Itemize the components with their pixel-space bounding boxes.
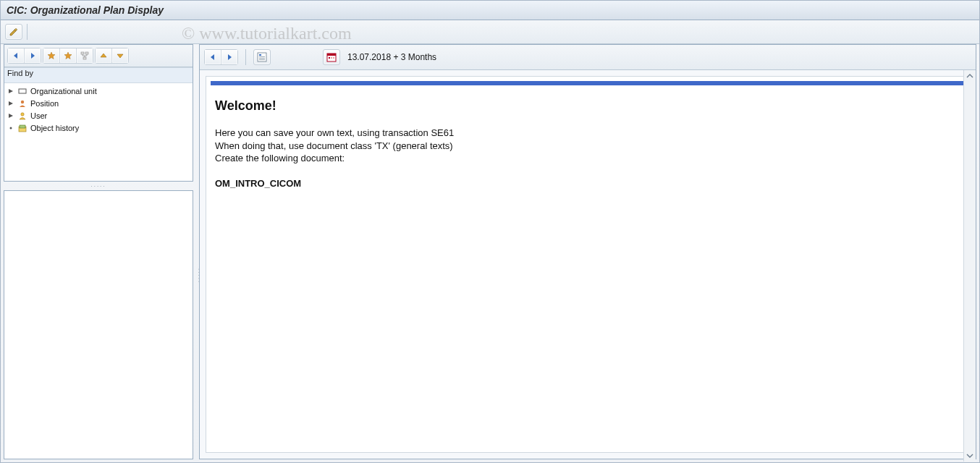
arrow-left-icon [12,52,20,59]
svg-rect-1 [85,52,88,54]
left-pane: Find by Organizational unit [4,44,193,459]
detail-icon [257,52,267,62]
svg-rect-13 [259,59,265,60]
content-wrap: Welcome! Here you can save your own text… [200,70,976,459]
body-splitter: Find by Organizational unit [4,44,976,459]
chevron-down-icon [966,451,973,461]
svg-rect-2 [83,57,86,59]
toolbar-separator [27,24,28,40]
collapse-icon [99,51,108,60]
edit-button[interactable] [5,24,22,40]
expand-triangle-icon[interactable] [7,100,14,107]
svg-rect-15 [327,54,336,56]
org-unit-icon [17,86,28,96]
content-area: Welcome! Here you can save your own text… [206,76,970,453]
star-icon [47,51,56,60]
detail-view-button[interactable] [253,49,271,65]
svg-point-5 [21,112,24,115]
right-forward-button[interactable] [221,50,237,64]
svg-rect-3 [19,89,26,93]
nav-star2-button[interactable] [60,48,77,63]
right-toolbar: 13.07.2018 + 3 Months [200,45,976,70]
navigator-tree[interactable]: Organizational unit Position [4,83,193,181]
nav-star-group [43,48,93,64]
calendar-icon [326,52,337,62]
user-icon [17,111,28,121]
horizontal-splitter-handle[interactable]: ····· [4,184,193,189]
nav-back-button[interactable] [8,48,25,63]
pencil-icon [9,27,19,37]
titlebar: CIC: Organizational Plan Display [1,1,979,20]
position-icon [17,98,28,109]
svg-rect-16 [329,57,330,59]
welcome-line2: When doing that, use document class 'TX'… [215,140,960,153]
date-picker-button[interactable] [323,49,340,65]
arrow-right-icon [28,52,37,59]
right-nav-group [204,49,238,65]
arrow-left-icon [208,54,217,61]
window-title: CIC: Organizational Plan Display [7,4,164,16]
navigator-toolbar [4,45,193,67]
tree-item-position[interactable]: Position [4,97,193,109]
bullet-icon [7,124,14,132]
chevron-up-icon [966,71,973,81]
svg-rect-18 [333,57,334,59]
tree-item-org-unit[interactable]: Organizational unit [4,85,193,97]
find-by-header: Find by [4,67,193,83]
svg-point-6 [10,127,12,129]
find-by-label: Find by [7,69,33,77]
collapse-all-button[interactable] [96,48,112,63]
svg-rect-10 [259,54,261,56]
welcome-heading: Welcome! [215,98,960,114]
main-toolbar [1,20,979,44]
nav-history-group [7,48,41,64]
arrow-right-icon [225,54,234,61]
svg-rect-11 [259,56,265,57]
nav-star1-button[interactable] [43,48,60,63]
svg-rect-0 [81,52,84,54]
app-window: CIC: Organizational Plan Display © www.t… [0,0,980,463]
tree-item-label: Organizational unit [30,87,97,95]
tree-item-label: Object history [30,124,79,132]
navigator-panel: Find by Organizational unit [4,44,193,182]
tree-item-object-history[interactable]: Object history [4,122,193,134]
nav-star3-button[interactable] [77,48,93,63]
content-inner: Welcome! Here you can save your own text… [206,85,969,199]
document-name: OM_INTRO_CICOM [215,178,960,189]
star-icon [64,51,72,60]
welcome-line1: Here you can save your own text, using t… [215,127,960,140]
svg-rect-12 [259,58,265,59]
right-panel: 13.07.2018 + 3 Months Welcome! Here you … [199,44,976,459]
nav-forward-button[interactable] [25,48,41,63]
svg-rect-8 [20,125,25,128]
left-lower-panel [4,190,193,459]
welcome-line3: Create the following document: [215,152,960,165]
tree-item-user[interactable]: User [4,109,193,122]
expand-triangle-icon[interactable] [7,112,14,119]
vertical-scrollbar[interactable] [963,70,976,462]
expand-triangle-icon[interactable] [7,88,14,95]
right-pane: 13.07.2018 + 3 Months Welcome! Here you … [199,44,976,459]
expand-icon [116,51,124,60]
tree-item-label: User [30,111,47,120]
tree-icon [80,51,89,60]
history-icon [17,123,28,133]
nav-expand-group [95,48,129,64]
toolbar-separator [245,49,246,65]
tree-item-label: Position [30,99,59,108]
svg-rect-17 [331,57,332,59]
date-range-text: 13.07.2018 + 3 Months [347,52,436,62]
scroll-down-button[interactable] [966,451,974,460]
expand-all-button[interactable] [112,48,128,63]
scroll-up-button[interactable] [966,72,974,80]
svg-point-4 [21,100,24,103]
right-back-button[interactable] [205,50,221,64]
